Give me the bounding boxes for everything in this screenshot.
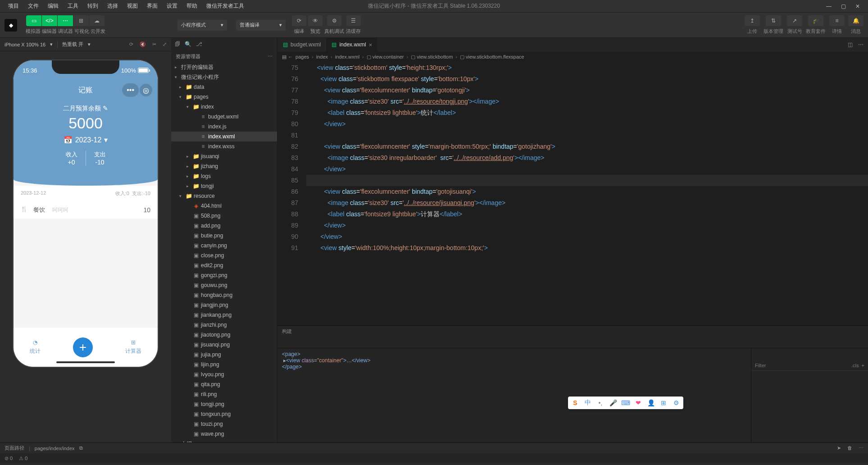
menu-2[interactable]: 编辑 xyxy=(43,2,63,10)
action-清缓存[interactable]: ☰ xyxy=(346,15,361,26)
menu-9[interactable]: 帮助 xyxy=(182,2,202,10)
toolbar-上传[interactable]: ↥ xyxy=(745,15,760,26)
program-mode-dropdown[interactable]: 小程序模式▾ xyxy=(177,20,227,31)
branch-icon[interactable]: ⎇ xyxy=(196,41,202,47)
toolbar-版本管理[interactable]: ⇅ xyxy=(766,15,781,26)
calculator-tab[interactable]: ⊞计算器 xyxy=(125,339,141,355)
bc-back[interactable]: ▤ ← xyxy=(282,54,293,60)
dom-panel[interactable]: <page> ▸<view class="container">…</view>… xyxy=(277,348,751,442)
refresh-icon[interactable]: ⟳ xyxy=(129,41,133,47)
file-lvyou.png[interactable]: ▣lvyou.png xyxy=(171,369,277,379)
file-jiangjin.png[interactable]: ▣jiangjin.png xyxy=(171,300,277,310)
file-resource[interactable]: ▾📁resource xyxy=(171,191,277,201)
ime-keyboard-icon[interactable]: ⌨ xyxy=(621,398,630,407)
menu-10[interactable]: 微信开发者工具 xyxy=(202,2,249,10)
ime-heart-icon[interactable]: ❤ xyxy=(634,398,643,407)
cut-icon[interactable]: ✂ xyxy=(152,41,156,47)
file-lijin.png[interactable]: ▣lijin.png xyxy=(171,360,277,369)
file-jizhang[interactable]: ▸📁jizhang xyxy=(171,161,277,171)
file-logs[interactable]: ▸📁logs xyxy=(171,171,277,181)
search-icon[interactable]: 🔍 xyxy=(185,41,191,47)
breadcrumb-view.stickbottom.flexspace[interactable]: ▢ view.stickbottom.flexspace xyxy=(460,54,524,60)
cls-toggle[interactable]: .cls xyxy=(851,363,859,368)
breadcrumb-pages[interactable]: pages xyxy=(295,54,309,59)
files-icon[interactable]: 🗐 xyxy=(175,41,180,47)
ime-mic-icon[interactable]: 🎤 xyxy=(609,398,618,407)
maximize-button[interactable]: ▢ xyxy=(840,3,846,9)
file-add.png[interactable]: ▣add.png xyxy=(171,221,277,231)
more-icon[interactable]: ⋯ xyxy=(858,41,863,48)
expand-icon[interactable]: ⤢ xyxy=(163,41,167,47)
mode-云开发[interactable]: ☁ xyxy=(89,15,105,26)
send-icon[interactable]: ➤ xyxy=(837,445,841,451)
file-qita.png[interactable]: ▣qita.png xyxy=(171,379,277,389)
action-编译[interactable]: ⟳ xyxy=(292,15,306,26)
file-jisuanqi[interactable]: ▸📁jisuanqi xyxy=(171,151,277,161)
date-picker[interactable]: 📅2023-12▾ xyxy=(23,136,149,144)
menu-8[interactable]: 设置 xyxy=(162,2,182,10)
code-editor[interactable]: 7576777879808182838485868788899091 <view… xyxy=(277,62,868,325)
mode-模拟器[interactable]: ▭ xyxy=(26,15,41,26)
menu-6[interactable]: 视图 xyxy=(123,2,142,10)
status-errors[interactable]: ⊘ 0 xyxy=(5,456,13,461)
file-508.png[interactable]: ▣508.png xyxy=(171,211,277,221)
file-tongji[interactable]: ▸📁tongji xyxy=(171,181,277,191)
more-icon[interactable]: ⋯ xyxy=(268,54,273,59)
menu-3[interactable]: 工具 xyxy=(63,2,83,10)
file-index.wxss[interactable]: ≡index.wxss xyxy=(171,141,277,151)
capsule-close-icon[interactable]: ◎ xyxy=(140,84,152,96)
ime-person-icon[interactable]: 👤 xyxy=(646,398,655,407)
styles-filter-input[interactable] xyxy=(755,363,800,368)
ime-settings-icon[interactable]: ⚙ xyxy=(672,398,681,407)
copy-icon[interactable]: ⧉ xyxy=(79,445,83,451)
file-close.png[interactable]: ▣close.png xyxy=(171,251,277,260)
status-warnings[interactable]: ⚠ 0 xyxy=(19,456,27,461)
file-butie.png[interactable]: ▣butie.png xyxy=(171,231,277,241)
file-index.js[interactable]: ≡index.js xyxy=(171,122,277,132)
file-touzi.png[interactable]: ▣touzi.png xyxy=(171,419,277,429)
capsule-menu-icon[interactable]: ••• xyxy=(122,83,139,97)
more-icon[interactable]: ⋯ xyxy=(859,445,863,451)
menu-1[interactable]: 文件 xyxy=(23,2,43,10)
device-selector[interactable]: iPhone X 100% 16 xyxy=(5,42,45,47)
breadcrumb-index.wxml[interactable]: index.wxml xyxy=(335,54,359,59)
mode-编辑器[interactable]: </> xyxy=(42,15,57,26)
ime-toolbar[interactable]: S 中 •, 🎤 ⌨ ❤ 👤 ⊞ ⚙ xyxy=(568,397,683,409)
stats-tab[interactable]: ◔统计 xyxy=(30,339,41,355)
section-open-editors[interactable]: ▸打开的编辑器 xyxy=(171,62,277,72)
file-data[interactable]: ▸📁data xyxy=(171,82,277,92)
toolbar-教育套件[interactable]: 🎓 xyxy=(808,15,823,26)
section-project[interactable]: ▾微信记账小程序 xyxy=(171,72,277,82)
menu-5[interactable]: 选择 xyxy=(103,2,123,10)
tab-index.wxml[interactable]: ▤index.wxml× xyxy=(326,38,377,51)
file-wave.png[interactable]: ▣wave.png xyxy=(171,429,277,439)
tab-budget.wxml[interactable]: ▤budget.wxml xyxy=(277,38,326,51)
file-gongzi.png[interactable]: ▣gongzi.png xyxy=(171,270,277,280)
breadcrumb-view.stickbottom[interactable]: ▢ view.stickbottom xyxy=(411,54,453,60)
edit-icon[interactable]: ✎ xyxy=(103,105,108,112)
action-真机调试[interactable]: ⚙ xyxy=(327,15,341,26)
file-jianzhi.png[interactable]: ▣jianzhi.png xyxy=(171,320,277,330)
minimize-button[interactable]: ― xyxy=(826,3,832,9)
ime-lang-icon[interactable]: 中 xyxy=(583,398,592,407)
volume-icon[interactable]: 🔇 xyxy=(140,41,146,47)
menu-0[interactable]: 项目 xyxy=(4,2,23,10)
split-icon[interactable]: ◫ xyxy=(848,41,853,48)
breadcrumb-view.container[interactable]: ▢ view.container xyxy=(367,54,404,60)
file-rili.png[interactable]: ▣rili.png xyxy=(171,389,277,399)
file-404.html[interactable]: ◈404.html xyxy=(171,201,277,211)
add-style-button[interactable]: + xyxy=(862,363,864,368)
mode-调试器[interactable]: ⋯ xyxy=(58,15,73,26)
file-jujia.png[interactable]: ▣jujia.png xyxy=(171,350,277,360)
toolbar-详情[interactable]: ≡ xyxy=(829,15,845,26)
add-button[interactable]: + xyxy=(73,337,93,357)
menu-7[interactable]: 界面 xyxy=(142,2,162,10)
file-budget.wxml[interactable]: ≡budget.wxml xyxy=(171,112,277,122)
file-jiankang.png[interactable]: ▣jiankang.png xyxy=(171,310,277,320)
file-gouwu.png[interactable]: ▣gouwu.png xyxy=(171,280,277,290)
file-jiaotong.png[interactable]: ▣jiaotong.png xyxy=(171,330,277,340)
route-value[interactable]: pages/index/index xyxy=(35,446,75,451)
toolbar-测试号[interactable]: ↗ xyxy=(787,15,802,26)
close-tab-icon[interactable]: × xyxy=(369,41,373,48)
file-edit2.png[interactable]: ▣edit2.png xyxy=(171,260,277,270)
